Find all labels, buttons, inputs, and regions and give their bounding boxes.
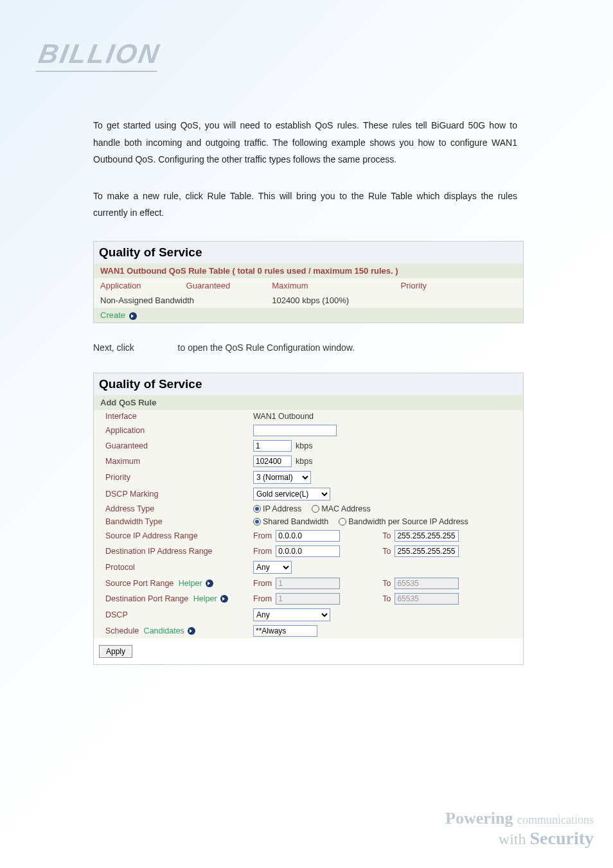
unit-kbps: kbps	[296, 441, 312, 450]
row-schedule: Schedule Candidates	[94, 623, 523, 639]
radio-dot-icon	[253, 518, 261, 526]
label-dscp: DSCP	[99, 610, 253, 619]
apply-row: Apply	[94, 639, 523, 664]
label-schedule: Schedule	[105, 626, 139, 635]
add-qos-rule-panel: Quality of Service Add QoS Rule Interfac…	[93, 373, 524, 665]
from-label: From	[253, 531, 272, 540]
row-dst-ip-range: Destination IP Address Range From To	[94, 544, 523, 559]
dscp-marking-select[interactable]: Gold service(L)	[253, 488, 330, 500]
col-priority: Priority	[395, 278, 523, 293]
label-src-port-range: Source Port Range	[105, 579, 173, 588]
rule-table-title: Quality of Service	[94, 242, 523, 263]
label-maximum: Maximum	[99, 457, 253, 466]
after-suffix: to open the QoS Rule Configuration windo…	[178, 342, 355, 353]
footer-with: with	[499, 831, 526, 847]
to-label: To	[382, 594, 391, 603]
dst-ip-to-input[interactable]	[395, 545, 459, 557]
unit-kbps: kbps	[296, 457, 312, 466]
add-rule-subtitle: Add QoS Rule	[94, 395, 523, 410]
arrow-right-icon	[206, 580, 213, 587]
label-dst-port-range: Destination Port Range	[105, 594, 188, 603]
dst-port-to-input	[395, 593, 459, 605]
row-src-port-range: Source Port Range Helper From To	[94, 576, 523, 591]
label-dscp-marking: DSCP Marking	[99, 490, 253, 499]
intro-paragraph-2: To make a new rule, click Rule Table. Th…	[93, 188, 517, 222]
arrow-right-icon	[129, 312, 137, 320]
application-input[interactable]	[253, 425, 337, 436]
src-ip-to-input[interactable]	[395, 530, 459, 542]
from-label: From	[253, 594, 272, 603]
brand-logo-text: BILLION	[35, 39, 163, 72]
to-label: To	[382, 531, 391, 540]
maximum-input[interactable]	[253, 456, 292, 467]
radio-dot-icon	[339, 518, 346, 526]
instruction-text: Next, click to open the QoS Rule Configu…	[93, 339, 517, 357]
to-label: To	[382, 579, 391, 588]
row-application: Application	[94, 423, 523, 438]
label-interface: Interface	[99, 412, 253, 421]
footer-communications: communications	[517, 813, 594, 826]
footer-security: Security	[529, 828, 594, 848]
arrow-right-icon	[220, 595, 228, 603]
schedule-input[interactable]	[253, 625, 317, 637]
radio-shared-bandwidth[interactable]: Shared Bandwidth	[253, 517, 328, 526]
footer-powering: Powering	[445, 809, 513, 828]
footer-brand: Powering communications with Security	[445, 809, 594, 849]
row-dscp-marking: DSCP Marking Gold service(L)	[94, 486, 523, 502]
cell-max-bw: 102400 kbps (100%)	[265, 293, 394, 308]
row-interface: Interface WAN1 Outbound	[94, 410, 523, 423]
label-address-type: Address Type	[99, 504, 253, 513]
add-rule-title: Quality of Service	[94, 373, 523, 395]
label-src-ip-range: Source IP Address Range	[99, 531, 253, 540]
table-header-row: Application Guaranteed Maximum Priority	[94, 278, 523, 293]
create-label: Create	[100, 310, 125, 320]
label-protocol: Protocol	[99, 563, 253, 572]
label-application: Application	[99, 426, 253, 435]
value-interface: WAN1 Outbound	[253, 412, 518, 421]
row-address-type: Address Type IP Address MAC Address	[94, 502, 523, 515]
candidates-link[interactable]: Candidates	[144, 626, 196, 635]
row-maximum: Maximum kbps	[94, 454, 523, 469]
helper-link[interactable]: Helper	[179, 579, 213, 588]
src-ip-from-input[interactable]	[276, 530, 340, 542]
radio-mac-address[interactable]: MAC Address	[312, 504, 370, 513]
to-label: To	[382, 547, 391, 556]
row-dscp: DSCP Any	[94, 607, 523, 623]
priority-select[interactable]: 3 (Normal)	[253, 471, 311, 484]
row-protocol: Protocol Any	[94, 559, 523, 576]
create-link[interactable]: Create	[100, 310, 137, 320]
label-priority: Priority	[99, 473, 253, 482]
after-prefix: Next, click	[93, 342, 134, 353]
label-guaranteed: Guaranteed	[99, 441, 253, 450]
col-application: Application	[94, 278, 180, 293]
cell-non-assigned: Non-Assigned Bandwidth	[94, 293, 265, 308]
qos-rule-table-panel: Quality of Service WAN1 Outbound QoS Rul…	[93, 241, 524, 323]
rule-table: Application Guaranteed Maximum Priority …	[94, 278, 523, 308]
table-row: Non-Assigned Bandwidth 102400 kbps (100%…	[94, 293, 523, 308]
protocol-select[interactable]: Any	[253, 561, 292, 574]
create-row: Create	[94, 308, 523, 323]
guaranteed-input[interactable]	[253, 440, 292, 452]
radio-dot-icon	[312, 505, 319, 513]
helper-link[interactable]: Helper	[193, 594, 228, 603]
apply-button[interactable]: Apply	[99, 645, 132, 658]
from-label: From	[253, 547, 272, 556]
col-guaranteed: Guaranteed	[180, 278, 266, 293]
row-src-ip-range: Source IP Address Range From To	[94, 528, 523, 544]
label-dst-ip-range: Destination IP Address Range	[99, 547, 253, 556]
radio-bandwidth-per-source[interactable]: Bandwidth per Source IP Address	[339, 517, 468, 526]
dst-ip-from-input[interactable]	[276, 545, 340, 557]
dscp-select[interactable]: Any	[253, 608, 330, 621]
row-dst-port-range: Destination Port Range Helper From To	[94, 591, 523, 607]
brand-logo: BILLION	[39, 39, 574, 72]
radio-ip-address[interactable]: IP Address	[253, 504, 301, 513]
row-priority: Priority 3 (Normal)	[94, 469, 523, 486]
intro-paragraph-1: To get started using QoS, you will need …	[93, 117, 517, 168]
dst-port-from-input	[276, 593, 340, 605]
src-port-to-input	[395, 578, 459, 589]
from-label: From	[253, 579, 272, 588]
arrow-right-icon	[188, 627, 195, 635]
row-guaranteed: Guaranteed kbps	[94, 438, 523, 454]
radio-dot-icon	[253, 505, 261, 513]
col-maximum: Maximum	[265, 278, 394, 293]
